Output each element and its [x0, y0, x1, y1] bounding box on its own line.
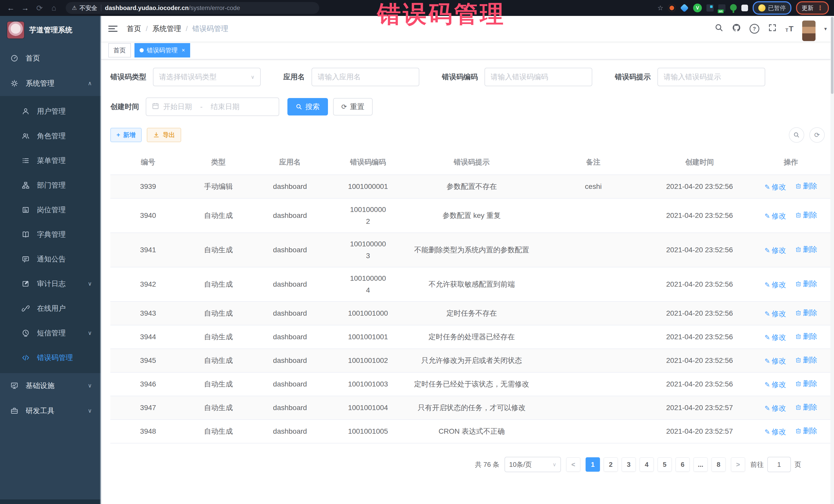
- annotation-overlay: 错误码管理: [377, 1, 506, 27]
- edit-link[interactable]: ✎ 修改: [765, 426, 786, 438]
- bookmark-star-icon[interactable]: ☆: [657, 4, 663, 12]
- caret-down-icon[interactable]: ▾: [824, 26, 827, 32]
- warning-icon: ⚠: [72, 5, 77, 11]
- error-code-label: 错误码编码: [442, 72, 478, 82]
- delete-link[interactable]: 删除: [795, 278, 817, 290]
- browser-update-pill[interactable]: 更新 ⋮: [796, 1, 829, 15]
- sidebar-item-roles[interactable]: 角色管理: [0, 124, 101, 148]
- export-button[interactable]: 导出: [147, 128, 181, 142]
- delete-link[interactable]: 删除: [795, 378, 817, 390]
- edit-link[interactable]: ✎ 修改: [765, 245, 786, 256]
- app-logo-row[interactable]: 芋道管理系统: [0, 16, 101, 44]
- page-number-button[interactable]: 8: [711, 457, 726, 472]
- browser-reload-button[interactable]: ⟳: [34, 2, 45, 14]
- edit-link[interactable]: ✎ 修改: [765, 332, 786, 343]
- profile-paused-pill[interactable]: 已暂停: [753, 1, 791, 15]
- extension-ublock-icon[interactable]: [668, 4, 676, 12]
- sidebar-item-menus[interactable]: 菜单管理: [0, 148, 101, 173]
- extension-key-icon[interactable]: [730, 4, 737, 11]
- browser-forward-button[interactable]: →: [20, 2, 31, 14]
- sidebar-item-departments[interactable]: 部门管理: [0, 173, 101, 198]
- page-size-select[interactable]: 10条/页 ∨: [505, 457, 561, 472]
- sidebar-item-audit-log[interactable]: 审计日志 ∨: [0, 271, 101, 296]
- page-number-button[interactable]: 6: [675, 457, 690, 472]
- delete-link[interactable]: 删除: [795, 180, 817, 192]
- close-icon[interactable]: ×: [182, 47, 185, 53]
- delete-link[interactable]: 删除: [795, 401, 817, 413]
- extension-v-icon[interactable]: V: [693, 4, 702, 12]
- sidebar-collapse-bar[interactable]: [0, 499, 101, 504]
- security-status[interactable]: ⚠ 不安全: [72, 4, 97, 12]
- user-avatar[interactable]: [802, 21, 815, 41]
- edit-link[interactable]: ✎ 修改: [765, 308, 786, 320]
- browser-menu-kebab-icon[interactable]: ⋮: [817, 4, 823, 12]
- app-name-input[interactable]: 请输入应用名: [311, 68, 419, 86]
- add-button[interactable]: + 新增: [110, 128, 142, 142]
- table-row: 3947 自动生成 dashboard 1001001004 只有开启状态的任务…: [110, 396, 833, 420]
- error-code-input[interactable]: 请输入错误码编码: [484, 68, 592, 86]
- sidebar-item-dict[interactable]: 字典管理: [0, 222, 101, 247]
- sidebar-item-error-code[interactable]: 错误码管理: [0, 345, 101, 370]
- help-icon[interactable]: ?: [750, 24, 759, 34]
- font-size-icon[interactable]: TT: [786, 24, 793, 33]
- page-number-button[interactable]: 1: [586, 457, 600, 472]
- page-number-button[interactable]: 4: [639, 457, 654, 472]
- prev-page-button[interactable]: <: [566, 457, 580, 472]
- edit-link[interactable]: ✎ 修改: [765, 355, 786, 367]
- page-number-button[interactable]: 3: [621, 457, 636, 472]
- reset-button[interactable]: ⟳ 重置: [333, 98, 373, 115]
- sidebar-item-sms[interactable]: 短信管理 ∨: [0, 321, 101, 345]
- sidebar-item-home[interactable]: 首页: [0, 46, 101, 71]
- sidebar-item-system[interactable]: 系统管理 ∧: [0, 71, 101, 96]
- sidebar-item-online-users[interactable]: 在线用户: [0, 296, 101, 321]
- search-button[interactable]: 搜索: [287, 98, 328, 115]
- browser-back-button[interactable]: ←: [5, 2, 17, 14]
- edit-link[interactable]: ✎ 修改: [765, 279, 786, 291]
- scrollbar-thumb[interactable]: [831, 17, 833, 94]
- page-number-button[interactable]: 2: [603, 457, 618, 472]
- breadcrumb-system[interactable]: 系统管理: [152, 24, 181, 34]
- delete-link[interactable]: 删除: [795, 307, 817, 319]
- delete-link[interactable]: 删除: [795, 243, 817, 255]
- tag-error-code[interactable]: 错误码管理 ×: [134, 43, 190, 58]
- address-bar[interactable]: ⚠ 不安全 dashboard.yudao.iocoder.cn/system/…: [66, 2, 319, 14]
- sidebar-item-infrastructure[interactable]: 基础设施 ∨: [0, 373, 101, 398]
- search-icon[interactable]: [715, 23, 723, 34]
- delete-link[interactable]: 删除: [795, 209, 817, 221]
- browser-home-button[interactable]: ⌂: [48, 2, 60, 14]
- delete-link[interactable]: 删除: [795, 354, 817, 366]
- extension-switch-icon[interactable]: [718, 4, 725, 12]
- tag-home[interactable]: 首页: [108, 43, 131, 58]
- breadcrumb-home[interactable]: 首页: [127, 24, 141, 34]
- edit-link[interactable]: ✎ 修改: [765, 402, 786, 414]
- github-icon[interactable]: [732, 23, 741, 34]
- show-search-toggle-button[interactable]: [789, 127, 804, 143]
- page-number-button[interactable]: ...: [694, 457, 708, 472]
- goto-page-input[interactable]: 1: [767, 457, 791, 472]
- next-page-button[interactable]: >: [731, 457, 745, 472]
- delete-link[interactable]: 删除: [795, 330, 817, 342]
- extensions-puzzle-icon[interactable]: [741, 5, 748, 11]
- edit-link[interactable]: ✎ 修改: [765, 181, 786, 193]
- error-msg-input[interactable]: 请输入错误码提示: [657, 68, 765, 86]
- edit-link[interactable]: ✎ 修改: [765, 210, 786, 222]
- trash-icon: [795, 357, 802, 364]
- fullscreen-icon[interactable]: [768, 23, 777, 34]
- hamburger-icon[interactable]: [108, 24, 118, 34]
- sidebar-item-notices[interactable]: 通知公告: [0, 247, 101, 271]
- error-type-select[interactable]: 请选择错误码类型 ∨: [153, 68, 261, 86]
- sidebar-item-users[interactable]: 用户管理: [0, 99, 101, 124]
- delete-link[interactable]: 删除: [795, 425, 817, 437]
- create-time-label: 创建时间: [110, 102, 139, 112]
- sidebar-item-posts[interactable]: 岗位管理: [0, 198, 101, 222]
- page-scrollbar[interactable]: [830, 16, 834, 504]
- page-number-button[interactable]: 5: [657, 457, 672, 472]
- sidebar-item-dev-tools[interactable]: 研发工具 ∨: [0, 398, 101, 423]
- edit-link[interactable]: ✎ 修改: [765, 379, 786, 391]
- extension-gem-icon[interactable]: [680, 4, 689, 12]
- date-range-picker[interactable]: 开始日期 - 结束日期: [146, 97, 279, 116]
- trash-icon: [795, 183, 802, 190]
- refresh-table-button[interactable]: ⟳: [809, 127, 825, 143]
- page-url[interactable]: dashboard.yudao.iocoder.cn/system/error-…: [105, 4, 240, 12]
- extension-grid-icon[interactable]: [706, 4, 714, 12]
